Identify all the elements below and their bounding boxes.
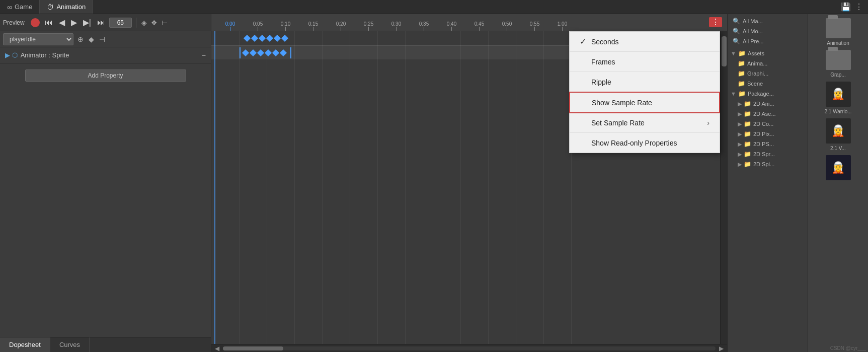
packages-arrow-icon: ▼ xyxy=(731,91,736,97)
menu-item-ripple[interactable]: ✓ Ripple xyxy=(570,72,720,92)
scene-folder-label: Scene xyxy=(747,81,763,87)
file-grap-label: Grap... xyxy=(830,72,846,78)
tree-2d-ps[interactable]: ▶ 📁 2D PS... xyxy=(728,139,808,149)
diamond-key-2[interactable] xyxy=(251,35,258,42)
diamond-key-3[interactable] xyxy=(259,35,266,42)
2d-ase-arrow: ▶ xyxy=(738,111,742,117)
end-bar xyxy=(290,47,291,58)
ruler-mark-6: 0:30 xyxy=(382,21,410,31)
asset-tree: ▼ 📁 Assets 📁 Anima... 📁 Graphi... 📁 Scen… xyxy=(728,48,808,352)
diamond-key-5[interactable] xyxy=(274,35,281,42)
frame-input[interactable]: 65 xyxy=(109,18,132,28)
tree-2d-spr[interactable]: ▶ 📁 2D Spr... xyxy=(728,149,808,159)
search-all-materials[interactable]: 🔍 All Ma... xyxy=(730,16,806,26)
main-diamond-4[interactable] xyxy=(265,49,272,56)
bottom-tabs: Dopesheet Curves xyxy=(0,337,211,352)
tree-scene-folder[interactable]: 📁 Scene xyxy=(728,79,808,89)
tab-dopesheet[interactable]: Dopesheet xyxy=(0,337,50,352)
skip-forward-button[interactable]: ⏭ xyxy=(95,17,107,28)
add-property-button[interactable]: Add Property xyxy=(25,69,186,82)
file-animation-folder[interactable]: Animation xyxy=(826,18,851,46)
split-button[interactable]: ⊣ xyxy=(98,34,106,44)
keyframe-button[interactable]: ◈ xyxy=(140,18,148,28)
scroll-left-button[interactable]: ◀ xyxy=(213,345,221,352)
2d-ps-label: 2D PS... xyxy=(753,141,774,147)
tree-2d-co[interactable]: ▶ 📁 2D Co... xyxy=(728,119,808,129)
2d-anim-label: 2D Ani... xyxy=(753,101,774,107)
tree-graphics-folder[interactable]: 📁 Graphi... xyxy=(728,68,808,79)
search-all-models[interactable]: 🔍 All Mo... xyxy=(730,26,806,36)
scroll-right-button[interactable]: ▶ xyxy=(718,345,725,352)
pin-button[interactable]: ⊕ xyxy=(76,34,85,44)
main-diamond-2[interactable] xyxy=(250,49,257,56)
file-warrior2[interactable]: 🧝 2.1 V... xyxy=(826,118,851,151)
menu-item-show-readonly[interactable]: ✓ Show Read-only Properties xyxy=(570,133,720,153)
menu-item-show-sample-rate[interactable]: ✓ Show Sample Rate xyxy=(569,92,720,113)
animation-folder-label: Anima... xyxy=(747,60,767,66)
add-keyframe-button[interactable]: ❖ xyxy=(150,18,159,28)
save-icon[interactable]: 💾 xyxy=(841,2,851,12)
menu-ripple-label: Ripple xyxy=(591,78,611,86)
main-diamond-1[interactable] xyxy=(242,49,249,56)
main-diamond-3[interactable] xyxy=(257,49,264,56)
skip-back-button[interactable]: ⏮ xyxy=(43,17,55,28)
game-icon: ∞ xyxy=(7,3,12,11)
tree-2d-anim[interactable]: ▶ 📁 2D Ani... xyxy=(728,99,808,109)
2d-anim-arrow: ▶ xyxy=(738,101,742,107)
main-diamond-5[interactable] xyxy=(272,49,279,56)
menu-set-sample-rate-label: Set Sample Rate xyxy=(591,119,645,127)
search-label-1: All Ma... xyxy=(743,18,763,24)
scroll-track[interactable] xyxy=(223,346,716,350)
right-panel: 🔍 All Ma... 🔍 All Mo... 🔍 All Pre... ▼ 📁… xyxy=(727,14,808,352)
warrior1-thumb: 🧝 xyxy=(826,82,851,107)
tree-2d-spi[interactable]: ▶ 📁 2D Spi... xyxy=(728,159,808,169)
file-animation-label: Animation xyxy=(827,40,849,46)
menu-item-set-sample-rate[interactable]: ✓ Set Sample Rate › xyxy=(570,113,720,133)
ruler-mark-1: 0:05 xyxy=(244,21,272,31)
menu-show-readonly-label: Show Read-only Properties xyxy=(591,139,677,147)
tab-animation[interactable]: ⏱ Animation xyxy=(40,0,93,14)
vertical-scroll-thumb xyxy=(722,36,727,66)
2d-spi-icon: 📁 xyxy=(744,161,751,168)
main-diamond-6[interactable] xyxy=(280,49,287,56)
tree-2d-ase[interactable]: ▶ 📁 2D Ase... xyxy=(728,109,808,119)
diamond-button[interactable]: ◆ xyxy=(88,34,95,44)
tree-animation-folder[interactable]: 📁 Anima... xyxy=(728,58,808,68)
diamond-key-4[interactable] xyxy=(266,35,273,42)
break-tangent-button[interactable]: ⊢ xyxy=(161,18,169,28)
sprite3-thumb: 🧝 xyxy=(826,155,851,180)
animation-select[interactable]: playerIdle xyxy=(3,33,73,45)
file-warrior1[interactable]: 🧝 2.1 Warrio... xyxy=(824,82,851,114)
diamond-key-1[interactable] xyxy=(244,35,251,42)
menu-seconds-label: Seconds xyxy=(591,38,618,46)
file-sprite3[interactable]: 🧝 xyxy=(826,155,851,182)
2d-pix-label: 2D Pix... xyxy=(753,131,774,137)
scroll-thumb xyxy=(223,346,283,350)
step-back-button[interactable]: ◀ xyxy=(57,17,67,28)
menu-frames-label: Frames xyxy=(591,58,615,66)
2d-ase-label: 2D Ase... xyxy=(753,111,776,117)
animation-folder-icon: 📁 xyxy=(738,60,745,67)
timeline-menu-button[interactable]: ⋮ xyxy=(709,17,722,27)
play-button[interactable]: ▶ xyxy=(69,17,79,28)
record-button[interactable] xyxy=(31,18,40,27)
tab-game[interactable]: ∞ Game xyxy=(0,0,40,14)
menu-item-frames[interactable]: ✓ Frames xyxy=(570,52,720,72)
search-icon-2: 🔍 xyxy=(733,28,740,35)
tree-2d-pix[interactable]: ▶ 📁 2D Pix... xyxy=(728,129,808,139)
vertical-scrollbar[interactable] xyxy=(720,31,727,344)
tab-curves[interactable]: Curves xyxy=(50,337,90,352)
search-icon-3: 🔍 xyxy=(733,38,740,45)
graphics-folder-icon: 📁 xyxy=(738,70,745,77)
animator-label: Animator : Sprite xyxy=(21,51,69,59)
timeline-panel: 0:00 0:05 0:10 0:15 0:20 xyxy=(211,14,727,352)
step-forward-button[interactable]: ▶| xyxy=(81,17,93,28)
file-grap-folder[interactable]: Grap... xyxy=(826,50,851,78)
ruler-mark-5: 0:25 xyxy=(355,21,382,31)
ruler-mark-0: 0:00 xyxy=(216,21,244,31)
collapse-animator-button[interactable]: − xyxy=(202,51,206,59)
diamond-key-6[interactable] xyxy=(281,35,288,42)
menu-item-seconds[interactable]: ✓ Seconds xyxy=(570,32,720,52)
more-options-icon[interactable]: ⋮ xyxy=(855,2,863,12)
search-all-prefabs[interactable]: 🔍 All Pre... xyxy=(730,36,806,46)
